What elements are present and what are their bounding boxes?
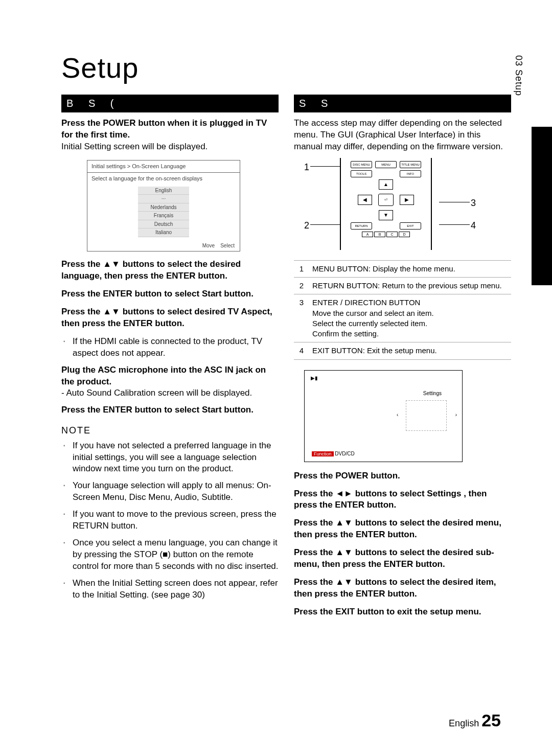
page-number: 25: [481, 711, 501, 730]
side-black-block: [532, 127, 552, 285]
footer-language: English: [449, 718, 479, 728]
left-step-5a: Plug the ASC microphone into the ASC IN …: [61, 364, 279, 388]
note-item: Your language selection will apply to al…: [61, 480, 279, 503]
enter-icon: ⏎: [378, 194, 394, 206]
callout-3: 3: [471, 197, 476, 209]
remote-diagram: 1 2 3 4 DISC MENU MENU TITLE MENU TOOLS: [299, 158, 473, 255]
notes-list: If you have not selected a preferred lan…: [61, 440, 279, 601]
lang-item: Italiano: [138, 228, 189, 237]
right-step: Press the ▲▼ buttons to select the desir…: [294, 577, 511, 600]
tv-screen-mock: ▶▮ Settings ‹ › Function DVD/CD: [304, 370, 463, 462]
screen-breadcrumb: Initial settings > On-Screen Language: [87, 161, 240, 173]
callout-4: 4: [471, 219, 476, 232]
menu-button: MENU: [375, 161, 397, 168]
return-button: RETURN: [351, 222, 372, 230]
left-intro-1: Press the POWER button when it is plugge…: [61, 118, 279, 141]
right-step: Press the ▲▼ buttons to select the desir…: [294, 547, 511, 570]
note-item: Once you select a menu language, you can…: [61, 537, 279, 572]
disc-menu-button: DISC MENU: [351, 161, 372, 168]
note-item: When the Initial Setting screen does not…: [61, 578, 279, 601]
left-step-6: Press the ENTER button to select Start b…: [61, 404, 279, 416]
a-button: A: [362, 232, 373, 237]
color-buttons: A B C D: [344, 232, 428, 237]
lang-item: Français: [138, 212, 189, 220]
settings-icon: [406, 400, 447, 431]
right-step: Press the POWER button.: [294, 470, 511, 482]
lang-item: ···: [138, 195, 189, 203]
left-step-4: Press the ▲▼ buttons to select desired T…: [61, 306, 279, 330]
page-footer: English 25: [449, 711, 501, 730]
left-icon: ◀: [358, 195, 372, 205]
lang-item: English: [138, 187, 189, 195]
lang-item: Nederlands: [138, 203, 189, 212]
left-step-3: Press the ENTER button to select Start b…: [61, 288, 279, 300]
left-step-5b: - Auto Sound Calibration screen will be …: [61, 387, 279, 399]
b-button: B: [374, 232, 385, 237]
settings-label: Settings: [423, 390, 442, 397]
table-row: 3ENTER / DIRECTION BUTTON Move the curso…: [294, 294, 511, 342]
chevron-right-icon: ›: [455, 411, 457, 419]
left-intro-2: Initial Setting screen will be displayed…: [61, 141, 279, 153]
down-icon: ▼: [379, 210, 393, 220]
function-tag: Function: [312, 451, 334, 456]
note-heading: NOTE: [61, 424, 279, 437]
chevron-left-icon: ‹: [397, 411, 398, 419]
right-column: S S The access step may differ depending…: [294, 95, 511, 624]
button-description-table: 1MENU BUTTON: Display the home menu. 2RE…: [294, 260, 511, 360]
note-item: If you want to move to the previous scre…: [61, 509, 279, 532]
screen-prompt: Select a language for the on-screen disp…: [87, 173, 240, 185]
footer-move: Move: [202, 243, 215, 248]
up-icon: ▲: [379, 179, 393, 190]
right-icon: ▶: [400, 195, 414, 205]
left-section-bar: B S (: [61, 95, 279, 112]
table-row: 1MENU BUTTON: Display the home menu.: [294, 260, 511, 277]
right-step: Press the EXIT button to exit the setup …: [294, 606, 511, 618]
left-step4-sub: If the HDMI cable is connected to the pr…: [61, 336, 279, 359]
c-button: C: [386, 232, 398, 237]
page-title: Setup: [61, 51, 511, 84]
d-button: D: [399, 232, 410, 237]
exit-button: EXIT: [400, 222, 421, 230]
function-value: DVD/CD: [335, 451, 354, 456]
callout-2: 2: [304, 219, 309, 232]
right-step: Press the ▲▼ buttons to select the desir…: [294, 517, 511, 541]
table-row: 4EXIT BUTTON: Exit the setup menu.: [294, 342, 511, 359]
lang-item: Deutsch: [138, 220, 189, 229]
callout-1: 1: [304, 161, 309, 173]
language-screen: Initial settings > On-Screen Language Se…: [87, 160, 240, 251]
right-step: Press the ◄► buttons to select Settings …: [294, 488, 511, 512]
direction-pad: ▲ ▼ ◀ ▶ ⏎: [358, 179, 414, 220]
play-pause-icon: ▶▮: [311, 375, 318, 382]
note-item: If you have not selected a preferred lan…: [61, 440, 279, 475]
tools-button: TOOLS: [351, 170, 372, 177]
info-button: INFO: [400, 170, 421, 177]
footer-select: Select: [220, 243, 235, 248]
title-menu-button: TITLE MENU: [400, 161, 421, 168]
side-tab: 03 Setup: [513, 55, 524, 96]
language-list: English ··· Nederlands Français Deutsch …: [87, 187, 240, 237]
left-column: B S ( Press the POWER button when it is …: [61, 95, 279, 624]
right-section-bar: S S: [294, 95, 511, 112]
table-row: 2RETURN BUTTON: Return to the previous s…: [294, 278, 511, 294]
left-step-2: Press the ▲▼ buttons to select the desir…: [61, 259, 279, 282]
right-intro: The access step may differ depending on …: [294, 118, 511, 153]
